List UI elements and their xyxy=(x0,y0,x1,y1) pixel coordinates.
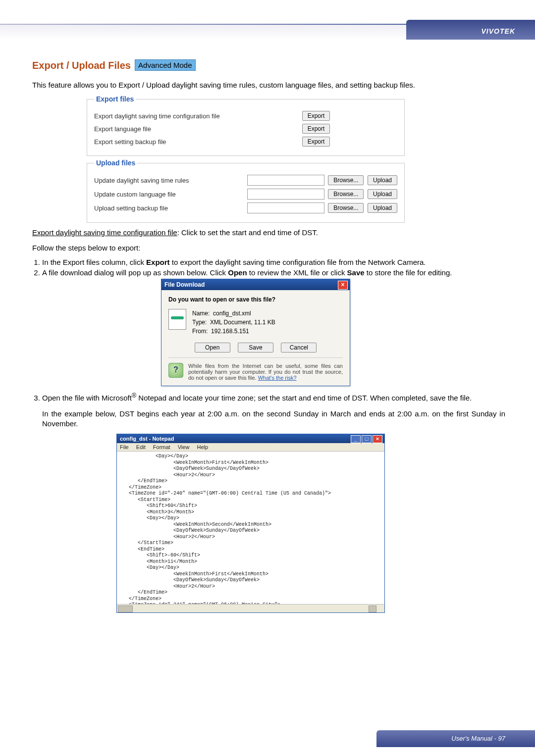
steps-intro: Follow the steps below to export: xyxy=(32,243,505,253)
minimize-button[interactable]: _ xyxy=(351,435,361,443)
export-row-dst: Export daylight saving time configuratio… xyxy=(94,111,397,121)
upload-backup-path-input[interactable] xyxy=(247,202,324,213)
hscroll-right-icon[interactable] xyxy=(369,605,376,612)
notepad-menubar: File Edit Format View Help xyxy=(117,443,384,452)
section-title: Export / Upload Files xyxy=(32,60,131,71)
file-download-dialog: File Download × Do you want to open or s… xyxy=(161,279,350,386)
upload-language-label: Update custom language file xyxy=(94,191,233,198)
upload-files-legend: Upload files xyxy=(94,159,137,167)
upload-dst-browse-button[interactable]: Browse... xyxy=(328,175,364,185)
upload-backup-upload-button[interactable]: Upload xyxy=(368,203,397,213)
upload-files-panel: Upload files Update daylight saving time… xyxy=(87,159,405,223)
upload-dst-label: Update daylight saving time rules xyxy=(94,177,233,184)
export-row-language: Export language file Export xyxy=(94,124,397,134)
dialog-cancel-button[interactable]: Cancel xyxy=(281,343,317,353)
upload-row-dst: Update daylight saving time rules Browse… xyxy=(94,175,397,186)
notepad-editor[interactable]: <Day></Day> <WeekInMonth>First</WeekInMo… xyxy=(117,452,384,604)
dialog-close-button[interactable]: × xyxy=(338,281,348,290)
upload-language-upload-button[interactable]: Upload xyxy=(368,189,397,199)
upload-backup-label: Upload setting backup file xyxy=(94,204,233,212)
export-backup-button[interactable]: Export xyxy=(302,137,330,147)
dialog-warning-text: While files from the Internet can be use… xyxy=(188,363,343,381)
footer: User's Manual - 97 xyxy=(451,735,505,742)
export-language-label: Export language file xyxy=(94,125,233,133)
dialog-title: File Download xyxy=(164,281,205,288)
menu-format[interactable]: Format xyxy=(153,444,170,450)
hscroll-thumb[interactable] xyxy=(118,605,133,612)
upload-row-backup: Upload setting backup file Browse... Upl… xyxy=(94,202,397,213)
export-files-legend: Export files xyxy=(94,95,136,103)
export-row-backup: Export setting backup file Export xyxy=(94,137,397,147)
upload-language-path-input[interactable] xyxy=(247,189,324,200)
menu-help[interactable]: Help xyxy=(197,444,208,450)
upload-backup-browse-button[interactable]: Browse... xyxy=(328,203,364,213)
shield-icon xyxy=(168,363,183,378)
whats-the-risk-link[interactable]: What's the risk? xyxy=(258,375,297,381)
step-2: A file download dialog will pop up as sh… xyxy=(42,268,505,386)
step-3: Open the file with Microsoft® Notepad an… xyxy=(42,392,505,613)
menu-view[interactable]: View xyxy=(178,444,190,450)
dialog-file-info: Name: config_dst.xml Type: XML Document,… xyxy=(192,309,275,336)
export-language-button[interactable]: Export xyxy=(302,124,330,134)
notepad-window: config_dst - Notepad _ □ × File Edit For… xyxy=(116,434,385,613)
upload-row-language: Update custom language file Browse... Up… xyxy=(94,189,397,200)
page-number: 97 xyxy=(498,735,505,742)
example-text: In the example below, DST begins each ye… xyxy=(42,409,505,429)
maximize-button[interactable]: □ xyxy=(362,435,372,443)
notepad-title: config_dst - Notepad xyxy=(120,436,174,442)
upload-dst-upload-button[interactable]: Upload xyxy=(368,175,397,185)
dialog-titlebar[interactable]: File Download × xyxy=(161,279,350,290)
export-dst-label: Export daylight saving time configuratio… xyxy=(94,112,233,120)
menu-edit[interactable]: Edit xyxy=(136,444,146,450)
close-button[interactable]: × xyxy=(373,435,382,443)
dialog-save-button[interactable]: Save xyxy=(238,343,273,353)
advanced-mode-badge: Advanced Mode xyxy=(135,59,195,71)
brand-label: VIVOTEK xyxy=(482,27,515,35)
export-dst-desc: Export daylight saving time configuratio… xyxy=(32,228,505,238)
dialog-open-button[interactable]: Open xyxy=(195,343,230,353)
dialog-question: Do you want to open or save this file? xyxy=(168,296,343,303)
step-1: In the Export files column, click Export… xyxy=(42,258,505,266)
intro-text: This feature allows you to Export / Uplo… xyxy=(32,80,505,90)
export-dst-desc-underline: Export daylight saving time configuratio… xyxy=(32,228,177,237)
export-files-panel: Export files Export daylight saving time… xyxy=(87,95,405,156)
upload-dst-path-input[interactable] xyxy=(247,175,324,186)
export-backup-label: Export setting backup file xyxy=(94,138,233,146)
notepad-titlebar[interactable]: config_dst - Notepad _ □ × xyxy=(117,434,384,443)
upload-language-browse-button[interactable]: Browse... xyxy=(328,189,364,199)
export-dst-button[interactable]: Export xyxy=(302,111,330,121)
xml-file-icon xyxy=(168,309,186,330)
menu-file[interactable]: File xyxy=(120,444,129,450)
horizontal-scrollbar[interactable] xyxy=(117,604,384,612)
